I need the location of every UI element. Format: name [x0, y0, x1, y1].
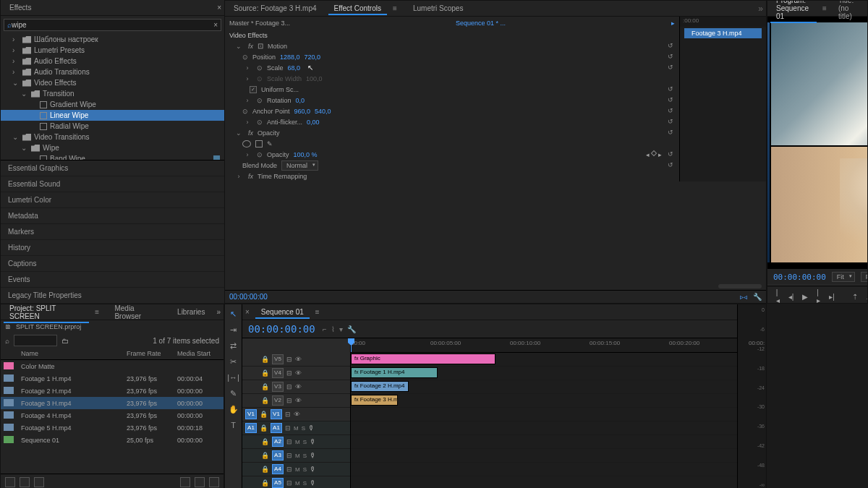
anchor-x[interactable]: 960,0 — [294, 108, 311, 115]
track-target[interactable]: A3 — [272, 450, 284, 461]
collapsed-panel-tab[interactable]: Lumetri Color — [1, 192, 224, 208]
motion-effect[interactable]: Motion — [268, 43, 287, 50]
lock-icon[interactable]: 🔒 — [261, 479, 269, 487]
video-track-header[interactable]: 🔒V3⊟👁 — [242, 380, 350, 394]
video-track-header[interactable]: 🔒V5⊟👁 — [242, 353, 350, 367]
close-icon[interactable]: × — [217, 4, 221, 12]
sequence-clip-label[interactable]: Sequence 01 * ... — [456, 20, 506, 27]
effects-folder[interactable]: ›Lumetri Presets — [1, 45, 224, 56]
voice-over-icon[interactable]: 🎙 — [308, 424, 315, 432]
solo-button[interactable]: S — [303, 453, 307, 459]
collapsed-panel-tab[interactable]: Captions — [1, 256, 224, 272]
program-viewport[interactable] — [767, 17, 867, 268]
program-timecode-left[interactable]: 00:00:00:00 — [773, 273, 826, 282]
lock-icon[interactable]: 🔒 — [261, 452, 269, 459]
new-bin-icon[interactable] — [180, 477, 190, 487]
blend-mode-dropdown[interactable]: Normal — [281, 160, 318, 171]
solo-button[interactable]: S — [302, 425, 305, 432]
effect-item[interactable]: Radial Wipe — [1, 121, 224, 132]
track-target[interactable]: A4 — [272, 464, 284, 474]
effects-search-input[interactable] — [12, 21, 213, 29]
effects-folder[interactable]: ⌄Wipe — [1, 142, 224, 153]
panel-menu-icon[interactable] — [393, 4, 401, 12]
lock-icon[interactable]: 🔒 — [261, 369, 269, 377]
settings-icon[interactable]: 🔧 — [347, 325, 356, 333]
wrench-icon[interactable]: 🔧 — [753, 293, 762, 301]
audio-track-row[interactable] — [351, 476, 737, 488]
go-to-out-icon[interactable]: ▸| — [829, 291, 835, 302]
panel-options-icon[interactable]: » — [758, 4, 763, 14]
trash-icon[interactable] — [209, 477, 219, 487]
icon-view-icon[interactable] — [20, 477, 30, 487]
mute-button[interactable]: M — [295, 453, 300, 459]
mute-button[interactable]: M — [295, 466, 300, 473]
timeline-clip[interactable]: fx Footage 3 H.mp4 — [351, 395, 398, 406]
title-tab[interactable]: Title: (no title) — [833, 0, 864, 22]
col-fps[interactable]: Frame Rate — [127, 350, 177, 357]
selection-tool-icon[interactable]: ↖ — [227, 307, 240, 320]
collapsed-panel-tab[interactable]: History — [1, 240, 224, 256]
ripple-edit-tool-icon[interactable]: ⇄ — [227, 339, 240, 352]
project-item[interactable]: Sequence 0125,00 fps00:00:00 — [1, 434, 224, 446]
playhead[interactable] — [351, 338, 352, 352]
voice-over-icon[interactable]: 🎙 — [310, 452, 316, 459]
timeline-clip[interactable]: fx Graphic — [351, 354, 495, 364]
track-target[interactable]: A1 — [271, 423, 282, 433]
timeline-clip[interactable]: fx Footage 1 H.mp4 — [351, 367, 438, 378]
panel-menu-icon[interactable] — [95, 308, 103, 316]
reset-icon[interactable]: ↺ — [666, 150, 675, 159]
libraries-tab[interactable]: Libraries — [171, 306, 210, 318]
video-track-row[interactable]: fx Footage 3 H.mp4 — [351, 394, 737, 408]
voice-over-icon[interactable]: 🎙 — [310, 438, 316, 445]
step-forward-icon[interactable]: |▸ — [817, 291, 820, 302]
sync-lock-icon[interactable]: ⊟ — [286, 383, 292, 390]
zoom-dropdown[interactable]: Fit — [832, 272, 855, 282]
reset-icon[interactable]: ↺ — [666, 107, 675, 116]
reset-icon[interactable]: ↺ — [666, 118, 675, 127]
ec-timecode[interactable]: 00:00:00:00 — [229, 293, 268, 301]
toggle-icon[interactable]: ▹◃ — [740, 293, 747, 301]
sync-lock-icon[interactable]: ⊟ — [286, 452, 292, 459]
track-select-tool-icon[interactable]: ⇥ — [227, 323, 240, 336]
reset-icon[interactable]: ↺ — [666, 96, 675, 105]
lumetri-scopes-tab[interactable]: Lumetri Scopes — [407, 2, 469, 14]
mute-button[interactable]: M — [295, 480, 300, 487]
panel-menu-icon[interactable] — [315, 308, 324, 316]
track-target[interactable]: V4 — [272, 368, 284, 378]
col-start[interactable]: Media Start — [177, 350, 221, 357]
video-track-header[interactable]: 🔒V4⊟👁 — [242, 367, 350, 380]
collapsed-panel-tab[interactable]: Metadata — [1, 208, 224, 224]
pen-tool-icon[interactable]: ✎ — [227, 387, 240, 400]
source-patch[interactable]: A1 — [245, 423, 257, 433]
reset-icon[interactable]: ↺ — [666, 53, 675, 61]
track-target[interactable]: V5 — [272, 354, 284, 364]
audio-track-row[interactable] — [351, 463, 737, 476]
effects-tree[interactable]: ›Шаблоны настроек›Lumetri Presets›Audio … — [1, 34, 224, 160]
linked-selection-icon[interactable]: ⌇ — [331, 325, 335, 333]
reset-icon[interactable]: ↺ — [666, 64, 675, 72]
play-icon[interactable]: ▶ — [802, 291, 808, 302]
project-item[interactable]: Color Matte — [1, 360, 224, 372]
go-to-in-icon[interactable]: |◂ — [776, 291, 780, 302]
project-item[interactable]: Footage 4 H.mp423,976 fps00:00:00 — [1, 409, 224, 421]
fx-badge-icon[interactable]: fx — [248, 129, 253, 137]
fx-badge-icon[interactable]: fx — [248, 173, 253, 180]
lock-icon[interactable]: 🔒 — [260, 424, 268, 432]
sync-lock-icon[interactable]: ⊟ — [286, 356, 292, 363]
effect-item[interactable]: Linear Wipe — [1, 110, 224, 121]
reset-icon[interactable]: ↺ — [666, 129, 675, 137]
sync-lock-icon[interactable]: ⊟ — [285, 424, 291, 432]
track-target[interactable]: A5 — [272, 478, 284, 488]
scale-value[interactable]: 68,0 — [288, 64, 301, 72]
lock-icon[interactable]: 🔒 — [261, 466, 269, 473]
razor-tool-icon[interactable]: ✂ — [227, 355, 240, 368]
step-back-icon[interactable]: ◂| — [788, 291, 794, 302]
sync-lock-icon[interactable]: ⊟ — [286, 479, 292, 487]
ellipse-mask-icon[interactable] — [242, 140, 251, 147]
slip-tool-icon[interactable]: |↔| — [227, 371, 240, 384]
rotation-value[interactable]: 0,0 — [296, 97, 305, 104]
project-item[interactable]: Footage 1 H.mp423,976 fps00:00:04 — [1, 372, 224, 385]
effect-item[interactable]: Band Wipe — [1, 153, 224, 160]
video-track-row[interactable]: fx Footage 1 H.mp4 — [351, 367, 737, 380]
add-keyframe-icon[interactable] — [651, 150, 657, 155]
